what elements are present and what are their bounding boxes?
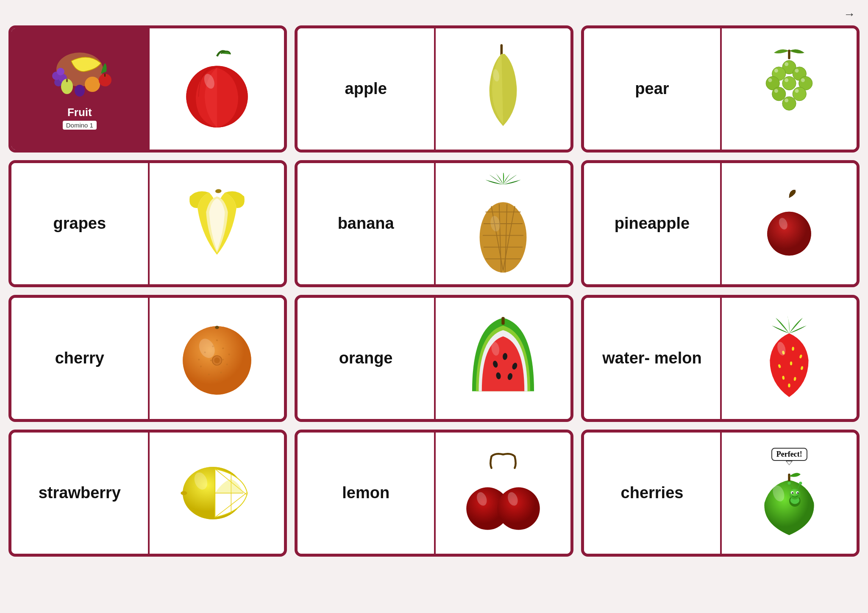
svg-point-63 [210, 360, 211, 361]
domino-cherry-right [150, 298, 284, 419]
svg-point-25 [782, 97, 796, 110]
svg-point-28 [795, 69, 799, 72]
domino-banana-left: banana [298, 163, 436, 284]
svg-point-80 [790, 361, 792, 365]
svg-point-27 [774, 69, 778, 72]
domino-lemon-right [436, 433, 570, 554]
svg-point-59 [200, 366, 202, 367]
svg-point-55 [228, 354, 230, 355]
svg-point-60 [198, 359, 200, 361]
domino-watermelon-right [722, 298, 857, 419]
svg-point-23 [772, 87, 786, 101]
domino-strawberry-right [150, 433, 284, 554]
domino-lemon: lemon [295, 430, 573, 557]
svg-rect-10 [104, 74, 106, 77]
svg-point-62 [216, 379, 218, 380]
domino-lemon-left: lemon [298, 433, 436, 554]
svg-point-48 [767, 212, 811, 256]
svg-point-106 [792, 492, 793, 494]
svg-point-31 [801, 78, 805, 82]
svg-point-56 [226, 363, 228, 365]
cherries-label: cherries [621, 484, 684, 502]
domino-orange: orange [295, 295, 573, 422]
svg-point-54 [222, 347, 224, 349]
domino-orange-right [436, 298, 570, 419]
domino-apple: apple [295, 25, 573, 153]
domino-strawberry-left: strawberry [11, 433, 150, 554]
svg-point-103 [790, 488, 800, 499]
svg-point-26 [785, 62, 788, 66]
domino-grid: Fruit Domino 1 apple [8, 25, 860, 557]
svg-point-4 [57, 68, 64, 75]
domino-header-left: Fruit Domino 1 [11, 28, 150, 150]
svg-point-24 [793, 87, 806, 101]
svg-point-33 [795, 89, 799, 93]
svg-point-64 [222, 359, 224, 361]
apple-label: apple [345, 80, 387, 98]
svg-rect-6 [66, 79, 68, 82]
svg-point-84 [788, 383, 790, 387]
grapes-label: grapes [53, 215, 106, 233]
svg-rect-16 [788, 50, 790, 59]
banana-label: banana [338, 215, 394, 233]
domino-pear: pear [581, 25, 860, 153]
domino-banana-right [436, 163, 570, 284]
worm-apple-cell: Perfect! [749, 448, 829, 539]
domino-header-right [150, 28, 284, 150]
pear-label: pear [635, 80, 669, 98]
cherry-label: cherry [55, 349, 104, 367]
header-subtitle: Domino 1 [63, 121, 97, 130]
header-title: Fruit [67, 106, 92, 119]
arrow-indicator: → [843, 8, 855, 21]
domino-pineapple-right [722, 163, 857, 284]
svg-rect-74 [501, 317, 504, 325]
orange-label: orange [339, 349, 393, 367]
domino-apple-left: apple [298, 28, 436, 150]
svg-point-21 [782, 76, 796, 90]
svg-point-36 [479, 202, 526, 272]
domino-grapes-right [150, 163, 284, 284]
domino-pineapple-left: pineapple [584, 163, 722, 284]
watermelon-label: water- melon [602, 349, 701, 367]
pineapple-label: pineapple [615, 215, 690, 233]
svg-rect-98 [788, 474, 790, 481]
svg-point-58 [208, 374, 210, 375]
domino-cherries-right: Perfect! [722, 433, 857, 554]
svg-point-34 [785, 99, 788, 103]
svg-point-7 [85, 77, 100, 92]
perfect-bubble-text: Perfect! [776, 450, 802, 458]
svg-point-30 [785, 78, 788, 82]
domino-orange-left: orange [298, 298, 436, 419]
domino-cherry-left: cherry [11, 298, 150, 419]
domino-pear-left: pear [584, 28, 722, 150]
domino-strawberry: strawberry [8, 430, 287, 557]
domino-pear-right [722, 28, 857, 150]
svg-point-66 [214, 358, 220, 363]
svg-point-32 [774, 89, 778, 93]
domino-grapes: grapes [8, 160, 287, 287]
svg-point-61 [216, 339, 218, 341]
svg-point-29 [768, 78, 772, 82]
svg-point-8 [75, 85, 85, 97]
domino-header: Fruit Domino 1 [8, 25, 287, 153]
lemon-label: lemon [342, 484, 389, 502]
strawberry-label: strawberry [39, 484, 121, 502]
domino-cherries: cherries Perfect! [581, 430, 860, 557]
domino-cherry: cherry [8, 295, 287, 422]
svg-point-107 [797, 492, 799, 494]
domino-grapes-left: grapes [11, 163, 150, 284]
domino-cherries-left: cherries [584, 433, 722, 554]
domino-apple-right [436, 28, 570, 150]
domino-banana: banana [295, 160, 573, 287]
svg-point-88 [181, 491, 187, 495]
svg-point-95 [497, 487, 540, 530]
svg-point-57 [220, 372, 222, 373]
svg-point-108 [788, 481, 791, 484]
domino-watermelon-left: water- melon [584, 298, 722, 419]
svg-point-67 [215, 326, 219, 329]
svg-point-35 [215, 189, 221, 193]
svg-point-109 [799, 481, 802, 484]
domino-pineapple: pineapple [581, 160, 860, 287]
domino-watermelon: water- melon [581, 295, 860, 422]
